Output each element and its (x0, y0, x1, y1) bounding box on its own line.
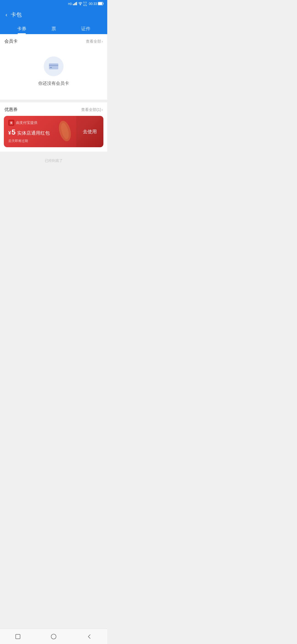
wifi-icon (78, 2, 82, 6)
status-icons: HD 5.5K/s 00:33 (68, 1, 104, 7)
page-title: 卡包 (11, 11, 22, 18)
member-card-title: 会员卡 (4, 39, 18, 44)
tab-bar: 卡券 票 证件 (4, 23, 103, 34)
svg-rect-9 (50, 67, 52, 68)
coupon-section: 优惠券 查看全部(1) › 支 由支付宝提供 ¥ (0, 102, 107, 152)
back-button[interactable]: ‹ (4, 10, 9, 19)
svg-rect-0 (73, 4, 74, 5)
currency-symbol: ¥ (8, 130, 11, 136)
coupon-provider-text: 由支付宝提供 (16, 120, 37, 125)
member-card-header: 会员卡 查看全部 › (0, 34, 107, 48)
chevron-right-icon: › (102, 40, 103, 43)
svg-rect-3 (76, 2, 77, 5)
coupon-section-header: 优惠券 查看全部(1) › (0, 102, 107, 116)
empty-state: 你还没有会员卡 (0, 48, 107, 100)
header: ‹ 卡包 卡券 票 证件 (0, 8, 107, 34)
network-label: HD (68, 2, 72, 6)
svg-text:支: 支 (10, 121, 13, 124)
svg-rect-7 (49, 63, 58, 69)
coupon-chevron-icon: › (102, 108, 103, 112)
svg-rect-2 (75, 2, 76, 5)
svg-rect-1 (74, 3, 75, 5)
header-title-row: ‹ 卡包 (4, 10, 103, 19)
coupon-use-button[interactable]: 去使用 (83, 129, 97, 135)
status-bar: HD 5.5K/s 00:33 (0, 0, 107, 8)
coupon-view-all[interactable]: 查看全部(1) › (81, 107, 103, 112)
speed-label: 5.5K/s (83, 1, 87, 7)
coupon-decoration (57, 120, 73, 143)
battery-icon (98, 2, 104, 6)
member-card-section: 会员卡 查看全部 › 你还没有会员卡 (0, 34, 107, 100)
main-content: 会员卡 查看全部 › 你还没有会员卡 优惠券 查看全部(1) › (0, 34, 107, 185)
coupon-name: 实体店通用红包 (17, 130, 50, 136)
svg-rect-8 (49, 65, 58, 66)
coupon-card[interactable]: 支 由支付宝提供 ¥ 5 实体店通用红包 后天即将过期 (4, 116, 103, 147)
empty-card-icon (44, 56, 64, 76)
svg-rect-6 (98, 2, 102, 5)
tab-cards[interactable]: 卡券 (13, 23, 31, 34)
bottom-end-text: 已经到底了 (0, 152, 107, 168)
tab-tickets[interactable]: 票 (47, 23, 61, 34)
signal-icon (73, 2, 77, 6)
alipay-provider-icon: 支 (8, 120, 14, 126)
section-divider (0, 100, 107, 102)
empty-text: 你还没有会员卡 (38, 81, 69, 86)
member-card-view-all[interactable]: 查看全部 › (86, 39, 103, 44)
coupon-action-area[interactable]: 去使用 (76, 116, 103, 147)
tab-certs[interactable]: 证件 (77, 23, 95, 34)
time-label: 00:33 (89, 2, 97, 6)
svg-point-4 (80, 5, 81, 5)
coupon-title: 优惠券 (4, 107, 18, 113)
coupon-amount-number: 5 (12, 128, 15, 137)
